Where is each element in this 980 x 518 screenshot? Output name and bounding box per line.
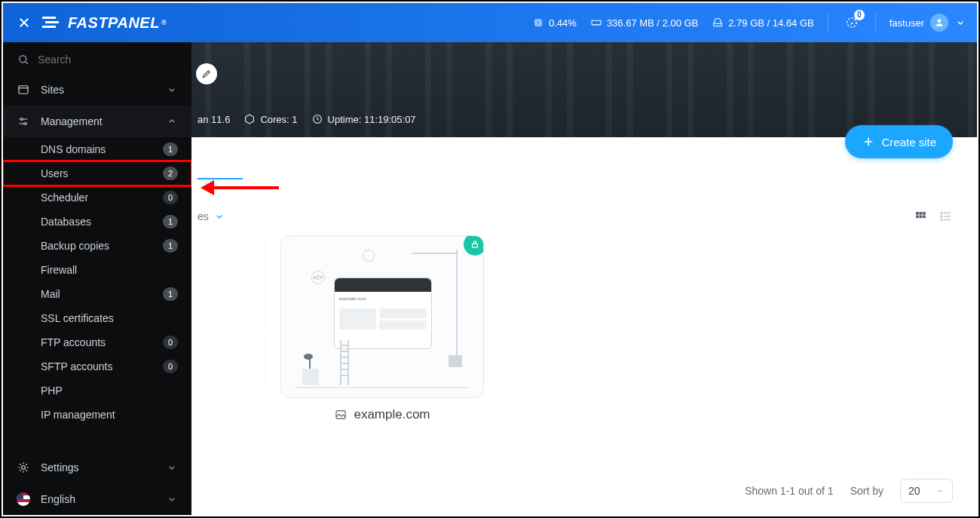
svg-rect-20 (923, 216, 926, 219)
count-badge: 2 (163, 167, 178, 180)
svg-rect-19 (920, 216, 923, 219)
svg-point-12 (20, 118, 23, 121)
sidebar-item-ftp[interactable]: FTP accounts0 (3, 330, 191, 354)
create-site-button[interactable]: Create site (845, 125, 953, 158)
code-icon: </> (311, 271, 325, 284)
count-badge: 0 (163, 336, 178, 349)
sidebar-item-sites[interactable]: Sites (3, 74, 191, 106)
ground-line (295, 387, 470, 388)
edit-server-button[interactable] (196, 63, 217, 84)
notifications-button[interactable]: 0 (842, 13, 862, 32)
page-size-value: 20 (908, 485, 920, 497)
chevron-down-icon (936, 486, 945, 495)
cpu-value: 0.44% (549, 17, 577, 29)
topbar-right: 0.44% 336.67 MB / 2.00 GB 2.79 GB / 14.6… (532, 13, 966, 32)
sidebar-item-ip[interactable]: IP management (3, 403, 191, 427)
count-badge: 1 (163, 143, 178, 156)
search-input[interactable] (38, 54, 178, 66)
add-site-tile[interactable] (198, 235, 265, 398)
filter-row: es (198, 210, 953, 223)
search-icon (17, 53, 30, 66)
sites-label: Sites (41, 84, 155, 96)
svg-point-23 (941, 219, 942, 221)
grid-icon (914, 210, 927, 223)
filter-fragment: es (198, 210, 209, 222)
count-badge: 1 (163, 239, 178, 253)
sidebar-item-mail[interactable]: Mail1 (3, 282, 191, 306)
user-menu[interactable]: fastuser (890, 14, 966, 32)
site-label[interactable]: example.com (280, 407, 484, 422)
sidebar-item-sftp[interactable]: SFTP accounts0 (3, 354, 191, 379)
logo-bars-icon (42, 15, 62, 30)
view-toggle (914, 210, 953, 223)
svg-rect-11 (19, 86, 28, 94)
gear-icon (17, 461, 30, 474)
list-footer: Shown 1-1 out of 1 Sort by 20 (198, 479, 953, 503)
crane-illustration (427, 250, 462, 370)
username: fastuser (890, 17, 924, 29)
ladder-illustration (340, 340, 349, 385)
management-label: Management (41, 115, 155, 127)
svg-rect-18 (916, 216, 919, 219)
sidebar-item-management[interactable]: Management (3, 106, 191, 137)
sidebar-item-language[interactable]: English (3, 483, 191, 515)
svg-point-7 (847, 18, 856, 27)
site-thumbnail: </> example.com (280, 235, 484, 398)
brand-name: FASTPANEL (68, 14, 160, 32)
clock-icon (311, 113, 323, 125)
svg-rect-2 (42, 26, 56, 28)
ram-stat[interactable]: 336.67 MB / 2.00 GB (590, 17, 698, 29)
flag-us-icon (17, 492, 30, 506)
disk-stat[interactable]: 2.79 GB / 14.64 GB (712, 17, 813, 29)
browser-illustration: example.com (334, 277, 432, 349)
os-fragment: an 11.6 (198, 114, 230, 125)
sidebar-item-scheduler[interactable]: Scheduler0 (3, 185, 191, 210)
svg-rect-0 (42, 17, 56, 19)
disk-icon (712, 17, 724, 29)
pencil-icon (201, 69, 212, 79)
topbar: FASTPANEL ® 0.44% 336.67 MB / 2.00 GB 2.… (3, 3, 977, 42)
svg-point-22 (941, 216, 942, 217)
sidebar-item-dns[interactable]: DNS domains1 (3, 137, 191, 161)
sidebar-item-firewall[interactable]: Firewall (3, 258, 191, 282)
count-badge: 0 (163, 191, 178, 204)
plant-illustration (302, 369, 319, 385)
site-card[interactable]: </> example.com (280, 235, 484, 422)
svg-rect-4 (537, 21, 540, 24)
list-view-button[interactable] (939, 210, 953, 223)
image-icon (334, 408, 348, 421)
close-button[interactable] (14, 12, 35, 33)
page-size-select[interactable]: 20 (900, 479, 953, 503)
sidebar-item-ssl[interactable]: SSL certificates (3, 306, 191, 330)
svg-rect-15 (916, 212, 919, 215)
chevron-down-icon (954, 17, 966, 29)
count-badge: 1 (163, 215, 178, 228)
sidebar-item-settings[interactable]: Settings (3, 452, 191, 483)
management-submenu: DNS domains1 Users2 Scheduler0 Databases… (3, 137, 191, 427)
thumb-url: example.com (335, 292, 431, 305)
svg-point-14 (22, 466, 26, 470)
server-meta: an 11.6 Cores: 1 Uptime: 11:19:05:07 (198, 113, 416, 125)
grid-view-button[interactable] (914, 210, 927, 223)
cpu-icon (532, 17, 544, 29)
sidebar-item-users[interactable]: Users2 (3, 161, 191, 185)
bulb-icon (363, 250, 375, 262)
sidebar-item-databases[interactable]: Databases1 (3, 210, 191, 234)
sidebar-item-php[interactable]: PHP (3, 379, 191, 403)
sites-filter[interactable]: es (198, 210, 225, 222)
chevron-down-icon (213, 210, 225, 222)
list-icon (939, 210, 953, 223)
svg-point-10 (20, 56, 26, 63)
create-site-label: Create site (881, 136, 936, 149)
tab-underline (198, 178, 243, 179)
notification-count: 0 (854, 10, 865, 20)
svg-point-13 (24, 123, 26, 125)
cores-value: Cores: 1 (260, 114, 297, 125)
svg-rect-3 (535, 20, 541, 26)
brand-logo[interactable]: FASTPANEL ® (42, 14, 167, 32)
cpu-stat[interactable]: 0.44% (532, 17, 577, 29)
sidebar-item-backup[interactable]: Backup copies1 (3, 234, 191, 258)
ram-value: 336.67 MB / 2.00 GB (607, 17, 698, 29)
uptime-stat: Uptime: 11:19:05:07 (311, 113, 416, 125)
user-icon (934, 17, 945, 28)
